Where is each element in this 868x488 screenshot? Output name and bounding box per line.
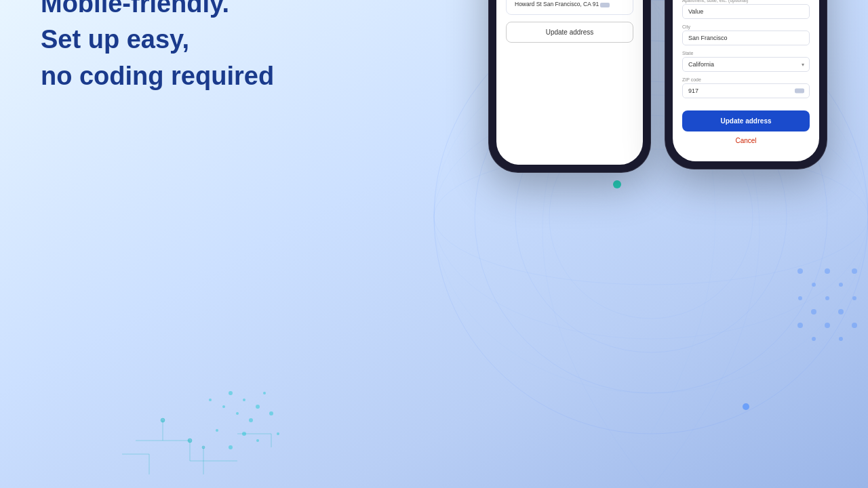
svg-point-21 — [277, 432, 279, 435]
phone-2-state-group: State ▾ — [682, 51, 810, 72]
phone-2-update-btn[interactable]: Update address — [682, 110, 810, 131]
svg-point-32 — [797, 323, 803, 328]
svg-point-9 — [243, 399, 245, 401]
svg-point-34 — [825, 323, 830, 328]
svg-point-33 — [812, 337, 816, 341]
phone-1-original-address: Howard St San Francisco, CA 91 — [515, 1, 610, 7]
svg-point-29 — [825, 296, 829, 300]
svg-point-28 — [811, 309, 816, 314]
svg-point-25 — [839, 283, 843, 287]
svg-point-23 — [812, 283, 816, 287]
phone-2-city-group: City — [682, 24, 810, 45]
phone-2-state-input[interactable] — [682, 57, 810, 72]
phone-1: Select your shipping address To ensure p… — [488, 0, 651, 173]
svg-point-10 — [256, 405, 260, 409]
zip-blur-suffix — [795, 89, 804, 94]
phone-1-original-address-card: Howard St San Francisco, CA 91 — [506, 0, 633, 15]
svg-point-20 — [216, 429, 218, 432]
svg-point-16 — [209, 399, 212, 401]
svg-point-14 — [263, 392, 266, 394]
svg-point-18 — [256, 439, 259, 442]
phone-2-zip-label: ZIP code — [682, 77, 810, 82]
phone-2: Select your shipping address To ensure p… — [665, 0, 827, 169]
phone-2-city-label: City — [682, 24, 810, 29]
phone-2-screen: Select your shipping address To ensure p… — [673, 0, 819, 161]
svg-point-41 — [743, 403, 749, 410]
phone-2-zip-group: ZIP code — [682, 77, 810, 98]
left-panel: alider Mobile-friendly. Set up easy, no … — [41, 0, 339, 96]
svg-point-40 — [613, 180, 621, 188]
svg-point-22 — [797, 268, 803, 274]
phone-2-state-wrapper[interactable]: ▾ — [682, 57, 810, 72]
svg-point-17 — [242, 432, 246, 436]
svg-point-36 — [852, 323, 857, 328]
tagline: Mobile-friendly. Set up easy, no coding … — [41, 0, 339, 94]
tagline-line-1: Mobile-friendly. — [41, 0, 339, 21]
svg-point-39 — [202, 446, 205, 449]
phone-2-apt-group: Apartment, suite, etc. (optional) — [682, 0, 810, 19]
svg-point-13 — [222, 405, 225, 408]
phone-1-update-btn[interactable]: Update address — [506, 22, 633, 43]
svg-point-35 — [839, 337, 843, 341]
tagline-line-2: Set up easy, — [41, 24, 339, 57]
phone-2-zip-input[interactable] — [682, 83, 810, 98]
svg-point-19 — [229, 445, 233, 449]
svg-point-24 — [825, 268, 830, 274]
svg-point-31 — [852, 296, 856, 300]
svg-point-38 — [161, 418, 165, 422]
phone-1-content: Select your shipping address To ensure p… — [496, 0, 643, 165]
phone-2-content: Select your shipping address To ensure p… — [673, 0, 819, 161]
phone-1-screen: Select your shipping address To ensure p… — [496, 0, 643, 165]
svg-point-11 — [236, 412, 239, 415]
svg-point-27 — [798, 296, 802, 300]
phone-2-zip-wrapper — [682, 83, 810, 98]
svg-point-37 — [188, 439, 192, 443]
phone-2-apt-input[interactable] — [682, 4, 810, 19]
svg-point-12 — [249, 418, 253, 422]
phone-2-state-label: State — [682, 51, 810, 56]
svg-point-30 — [838, 309, 844, 314]
svg-point-8 — [229, 391, 233, 395]
phone-2-apt-label: Apartment, suite, etc. (optional) — [682, 0, 810, 3]
svg-point-15 — [269, 411, 273, 415]
svg-point-26 — [852, 268, 857, 274]
phone-2-cancel-link[interactable]: Cancel — [682, 137, 810, 144]
phones-container: Select your shipping address To ensure p… — [488, 0, 827, 173]
phone-2-city-input[interactable] — [682, 30, 810, 45]
tagline-line-3: no coding required — [41, 60, 339, 93]
